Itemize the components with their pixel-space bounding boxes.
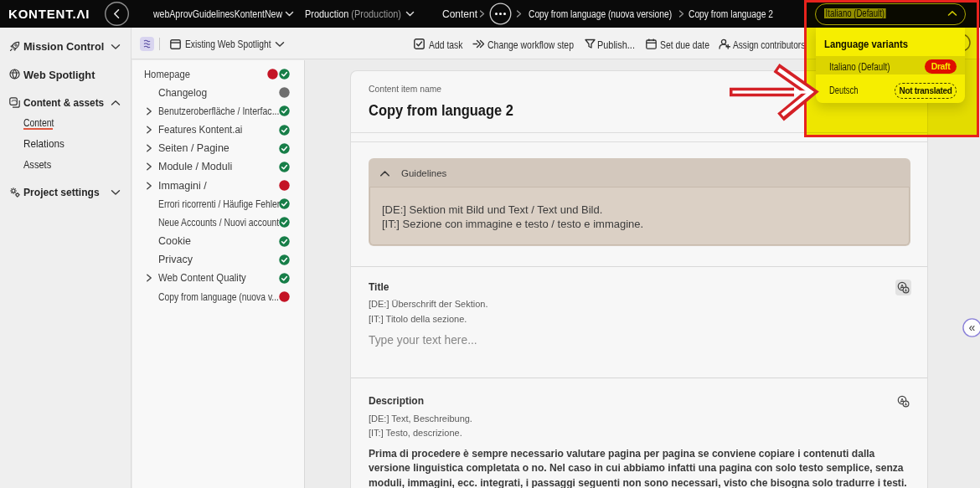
svg-text:«: « [969, 321, 976, 334]
